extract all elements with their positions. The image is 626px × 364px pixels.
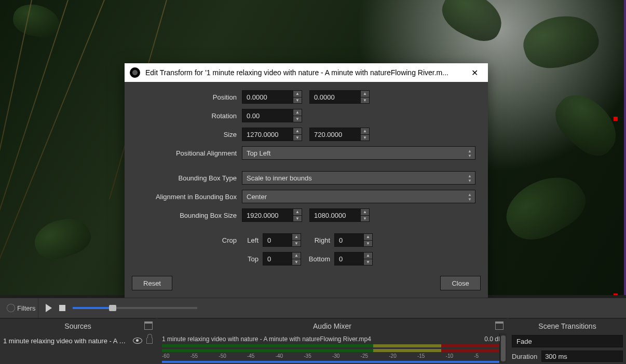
chevron-up-icon[interactable]: ▲ bbox=[361, 209, 369, 216]
positional-alignment-select[interactable]: Top Left ▲▼ bbox=[242, 146, 475, 160]
chevron-up-icon[interactable]: ▲ bbox=[292, 234, 301, 241]
chevron-down-icon[interactable]: ▼ bbox=[361, 97, 369, 104]
chevron-down-icon[interactable]: ▼ bbox=[292, 259, 301, 265]
eye-icon[interactable] bbox=[133, 338, 142, 344]
size-h-stepper[interactable]: ▲▼ bbox=[309, 128, 370, 141]
filters-label: Filters bbox=[17, 304, 35, 312]
bb-type-value: Scale to inner bounds bbox=[247, 174, 312, 182]
selection-handle[interactable] bbox=[614, 293, 618, 295]
mixer-title: Audio Mixer bbox=[313, 322, 351, 330]
bb-type-select[interactable]: Scale to inner bounds ▲▼ bbox=[242, 171, 475, 185]
foliage bbox=[30, 212, 95, 266]
crop-top-input[interactable] bbox=[263, 252, 292, 265]
chevron-down-icon[interactable]: ▼ bbox=[293, 216, 302, 222]
db-tick: -45 bbox=[247, 353, 254, 359]
db-tick: -40 bbox=[276, 353, 283, 359]
chevron-up-icon[interactable]: ▲ bbox=[293, 91, 302, 97]
duration-input[interactable]: 300 ms bbox=[541, 351, 623, 362]
chevron-up-icon[interactable]: ▲ bbox=[293, 109, 302, 116]
audio-meter bbox=[162, 344, 502, 347]
label-crop: Crop bbox=[132, 236, 242, 244]
db-tick: -25 bbox=[361, 353, 368, 359]
transition-value: Fade bbox=[516, 338, 532, 345]
crop-bottom-input[interactable] bbox=[334, 252, 363, 265]
chevron-up-icon[interactable]: ▲ bbox=[364, 253, 372, 259]
chevron-up-icon[interactable]: ▲ bbox=[364, 234, 372, 241]
volume-slider[interactable] bbox=[162, 361, 502, 363]
chevron-down-icon[interactable]: ▼ bbox=[293, 116, 302, 122]
chevron-up-icon[interactable]: ▲ bbox=[293, 128, 302, 135]
sources-title: Sources bbox=[64, 322, 91, 330]
chevron-up-icon[interactable]: ▲ bbox=[292, 253, 301, 259]
alignment-in-bb-select[interactable]: Center ▲▼ bbox=[242, 190, 475, 203]
rotation-input[interactable] bbox=[242, 109, 293, 122]
scrollbar[interactable] bbox=[499, 333, 507, 363]
popout-icon[interactable] bbox=[495, 321, 503, 330]
position-x-input[interactable] bbox=[242, 90, 293, 104]
db-scale: -60 -55 -50 -45 -40 -35 -30 -25 -20 -15 … bbox=[162, 353, 502, 359]
rotation-stepper[interactable]: ▲▼ bbox=[242, 109, 302, 122]
bb-h-stepper[interactable]: ▲▼ bbox=[309, 208, 370, 222]
chevron-down-icon[interactable]: ▼ bbox=[292, 241, 301, 247]
filters-button[interactable]: Filters bbox=[4, 298, 38, 318]
popout-icon[interactable] bbox=[144, 321, 153, 330]
source-item[interactable]: 1 minute relaxing video with nature - A … bbox=[0, 333, 156, 348]
crop-top-stepper[interactable]: ▲▼ bbox=[263, 252, 301, 265]
chevron-down-icon[interactable]: ▼ bbox=[364, 241, 372, 247]
audio-meter bbox=[162, 349, 502, 352]
bb-h-input[interactable] bbox=[309, 208, 360, 222]
updown-icon: ▲▼ bbox=[468, 192, 472, 202]
positional-alignment-value: Top Left bbox=[247, 149, 270, 157]
chevron-down-icon[interactable]: ▼ bbox=[364, 259, 372, 265]
dialog-titlebar[interactable]: Edit Transform for '1 minute relaxing vi… bbox=[125, 63, 488, 82]
chevron-down-icon[interactable]: ▼ bbox=[361, 216, 369, 222]
close-icon[interactable]: ✕ bbox=[464, 65, 485, 80]
selection-handle[interactable] bbox=[614, 117, 618, 121]
chevron-down-icon[interactable]: ▼ bbox=[293, 97, 302, 104]
crop-bottom-stepper[interactable]: ▲▼ bbox=[334, 252, 373, 265]
label-rotation: Rotation bbox=[132, 112, 242, 120]
db-tick: -35 bbox=[304, 353, 311, 359]
scrollbar-thumb[interactable] bbox=[501, 335, 506, 361]
bb-w-stepper[interactable]: ▲▼ bbox=[242, 208, 302, 222]
chevron-up-icon[interactable]: ▲ bbox=[361, 91, 369, 97]
transitions-header: Scene Transitions bbox=[509, 319, 626, 333]
stop-button[interactable] bbox=[59, 305, 65, 311]
crop-left-stepper[interactable]: ▲▼ bbox=[263, 233, 301, 247]
db-tick: -10 bbox=[446, 353, 453, 359]
crop-right-stepper[interactable]: ▲▼ bbox=[334, 233, 373, 247]
lock-icon[interactable] bbox=[146, 338, 153, 344]
close-button[interactable]: Close bbox=[440, 276, 481, 290]
size-w-input[interactable] bbox=[242, 128, 293, 141]
reset-button[interactable]: Reset bbox=[132, 276, 172, 290]
crop-left-input[interactable] bbox=[263, 233, 292, 247]
db-tick: -30 bbox=[332, 353, 339, 359]
chevron-up-icon[interactable]: ▲ bbox=[361, 128, 369, 135]
foliage bbox=[0, 0, 32, 284]
foliage bbox=[436, 0, 510, 48]
timeline-slider[interactable] bbox=[73, 307, 197, 309]
db-tick: -55 bbox=[190, 353, 198, 359]
timeline-thumb[interactable] bbox=[109, 305, 116, 311]
audio-mixer-panel: Audio Mixer 1 minute relaxing video with… bbox=[158, 318, 507, 364]
label-crop-top: Top bbox=[242, 255, 263, 263]
alignment-in-bb-value: Center bbox=[247, 193, 267, 201]
label-crop-bottom: Bottom bbox=[308, 255, 334, 263]
play-button[interactable] bbox=[46, 304, 52, 312]
bb-w-input[interactable] bbox=[242, 208, 293, 222]
chevron-down-icon[interactable]: ▼ bbox=[293, 135, 302, 141]
position-y-stepper[interactable]: ▲▼ bbox=[309, 90, 370, 104]
scene-transitions-panel: Scene Transitions Fade Duration 300 ms bbox=[509, 318, 626, 364]
duration-value: 300 ms bbox=[545, 353, 567, 360]
crop-right-input[interactable] bbox=[334, 233, 363, 247]
size-w-stepper[interactable]: ▲▼ bbox=[242, 128, 302, 141]
chevron-down-icon[interactable]: ▼ bbox=[361, 135, 369, 141]
position-x-stepper[interactable]: ▲▼ bbox=[242, 90, 302, 104]
size-h-input[interactable] bbox=[309, 128, 360, 141]
db-tick: -20 bbox=[389, 353, 396, 359]
transition-select[interactable]: Fade bbox=[512, 335, 623, 347]
db-tick: -5 bbox=[474, 353, 479, 359]
position-y-input[interactable] bbox=[309, 90, 360, 104]
chevron-up-icon[interactable]: ▲ bbox=[293, 209, 302, 216]
foliage bbox=[546, 85, 626, 164]
